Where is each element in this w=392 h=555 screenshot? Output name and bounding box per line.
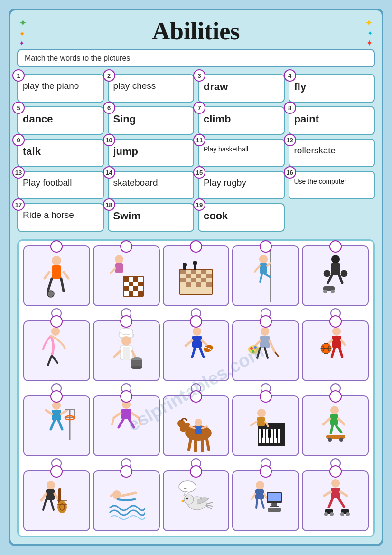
svg-rect-138 <box>330 414 338 425</box>
svg-line-106 <box>114 413 121 418</box>
svg-rect-176 <box>270 506 279 507</box>
svg-line-141 <box>331 425 333 433</box>
pic-football <box>23 245 90 306</box>
svg-line-97 <box>46 410 52 414</box>
svg-point-53 <box>331 290 335 293</box>
word-text-1: play the piano <box>23 79 98 91</box>
svg-point-137 <box>330 406 339 414</box>
svg-point-178 <box>331 479 340 488</box>
pic-horse <box>163 395 230 456</box>
word-num-19: 19 <box>193 198 205 211</box>
svg-point-188 <box>340 512 344 516</box>
svg-line-41 <box>255 266 260 272</box>
pic-rollerskate-2 <box>302 470 369 531</box>
star-yellow: ✦ <box>365 17 373 28</box>
svg-point-68 <box>193 327 201 336</box>
svg-line-118 <box>207 439 209 450</box>
instruction-box: Match the words to the pictures <box>17 49 375 67</box>
word-num-12: 12 <box>284 134 296 146</box>
star-green: ✦ <box>19 17 27 28</box>
bird-icon: ... <box>164 471 229 530</box>
svg-point-35 <box>183 263 187 267</box>
word-num-9: 9 <box>12 134 25 146</box>
svg-point-54 <box>51 327 60 336</box>
svg-rect-31 <box>186 282 191 287</box>
svg-rect-69 <box>192 336 202 348</box>
svg-point-52 <box>323 290 327 293</box>
word-text-12: rollerskate <box>294 143 370 156</box>
word-text-8: paint <box>294 111 370 125</box>
svg-rect-88 <box>332 336 341 348</box>
word-cell-18: 18 Swim <box>108 203 195 232</box>
word-num-14: 14 <box>103 166 115 179</box>
stars-left: ✦ ✦ ✦ <box>17 17 27 47</box>
svg-rect-19 <box>138 291 143 296</box>
swim-icon <box>94 471 159 530</box>
word-cell-5: 5 dance <box>17 106 104 135</box>
svg-rect-30 <box>201 278 206 282</box>
word-num-4: 4 <box>284 69 296 82</box>
word-num-1: 1 <box>12 69 25 82</box>
svg-rect-131 <box>268 429 271 438</box>
word-text-11: Play basketball <box>204 143 279 153</box>
svg-point-151 <box>57 501 67 513</box>
svg-point-59 <box>120 328 133 335</box>
svg-line-182 <box>329 498 333 507</box>
instruction-text: Match the words to the pictures <box>25 54 130 62</box>
svg-line-5 <box>45 272 49 278</box>
word-cell-16: 16 Use the computer <box>289 171 375 199</box>
svg-line-64 <box>132 351 136 358</box>
svg-line-181 <box>340 492 347 496</box>
svg-rect-130 <box>261 429 263 438</box>
paint-icon <box>233 321 298 380</box>
svg-line-43 <box>260 274 262 282</box>
svg-rect-13 <box>133 277 138 282</box>
svg-line-3 <box>61 279 64 291</box>
svg-line-107 <box>132 413 139 418</box>
pic-rugby <box>163 320 230 381</box>
svg-line-135 <box>251 422 257 425</box>
svg-line-180 <box>324 492 331 496</box>
skateboard-icon <box>303 396 368 455</box>
svg-rect-18 <box>129 291 133 296</box>
word-cell-15: 15 Play rugby <box>198 171 285 199</box>
word-text-14: skateboard <box>113 176 189 188</box>
svg-point-146 <box>47 481 55 489</box>
piano-icon <box>233 396 298 455</box>
svg-line-74 <box>192 348 195 357</box>
horse-icon <box>164 396 229 455</box>
word-num-7: 7 <box>193 102 205 114</box>
svg-rect-132 <box>276 429 278 438</box>
svg-line-172 <box>261 499 264 508</box>
word-cell-14: 14 skateboard <box>108 171 195 199</box>
svg-rect-120 <box>195 426 202 434</box>
svg-line-155 <box>43 500 46 510</box>
page-title: Abilities <box>27 17 365 45</box>
word-num-5: 5 <box>12 102 25 114</box>
word-cell-7: 7 climb <box>198 106 285 135</box>
svg-point-81 <box>254 346 257 349</box>
word-text-10: jump <box>113 143 189 158</box>
word-text-15: Play rugby <box>204 176 279 188</box>
svg-point-167 <box>256 481 264 489</box>
word-num-16: 16 <box>284 166 296 179</box>
word-num-13: 13 <box>12 166 25 179</box>
word-cell-1: 1 play the piano <box>17 74 104 103</box>
svg-line-108 <box>119 419 123 427</box>
word-cell-10: 10 jump <box>108 139 195 167</box>
svg-line-109 <box>129 419 134 427</box>
word-text-9: talk <box>23 143 98 158</box>
word-cell-9: 9 talk <box>17 139 104 167</box>
svg-line-169 <box>252 494 255 499</box>
chess-board-icon <box>164 246 229 305</box>
svg-point-114 <box>177 420 185 427</box>
svg-point-39 <box>259 255 268 263</box>
pic-swim <box>93 470 160 531</box>
svg-rect-174 <box>268 493 281 501</box>
svg-text:...: ... <box>184 485 187 489</box>
svg-line-98 <box>61 410 67 414</box>
svg-rect-147 <box>46 489 55 500</box>
word-text-19: cook <box>204 208 279 222</box>
svg-line-183 <box>338 498 344 507</box>
pic-climb <box>232 245 299 306</box>
